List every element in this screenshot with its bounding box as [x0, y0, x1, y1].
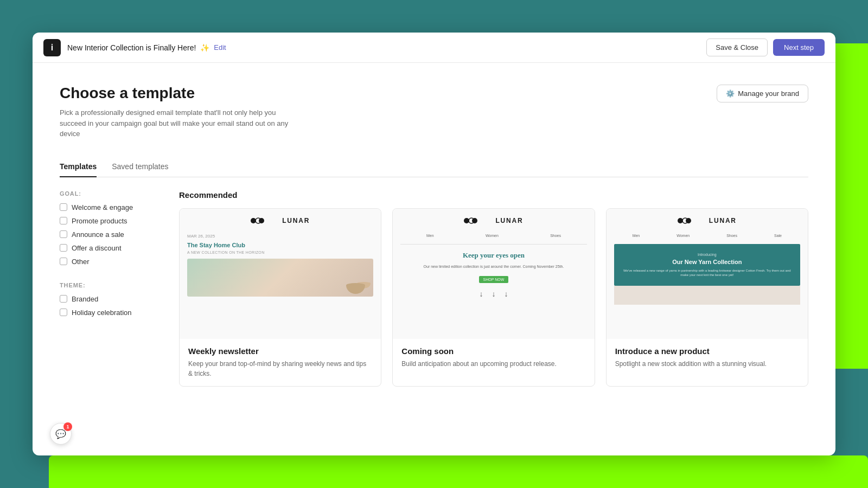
arrow-3: ↓ [504, 290, 508, 298]
lunar-brand-1: LUNAR [282, 217, 310, 224]
template-preview-newsletter: LUNAR MAR 26, 2025 The Stay Home Club A … [180, 209, 381, 339]
discount-checkbox[interactable] [60, 244, 67, 252]
template-info-newsletter: Weekly newsletter Keep your brand top-of… [180, 339, 381, 386]
holiday-label: Holiday celebration [72, 309, 132, 317]
preview-nav-product: Men Women Shoes Sale [614, 234, 800, 237]
preview-image [187, 259, 373, 297]
preview-shop-center: SHOP NOW [400, 273, 586, 283]
nav-sale-3: Sale [774, 234, 782, 237]
page-header: Choose a template Pick a professionally … [60, 85, 808, 139]
main-window: i New Interior Collection is Finally Her… [33, 33, 835, 455]
template-preview-new-product: LUNAR Men Women Shoes Sale [607, 209, 808, 339]
chat-badge: 1 [63, 422, 72, 431]
templates-grid: LUNAR MAR 26, 2025 The Stay Home Club A … [179, 208, 808, 387]
template-name-newsletter: Weekly newsletter [188, 346, 372, 356]
template-preview-coming-soon: LUNAR Men Women Shoes Keep your eyes ope… [393, 209, 594, 339]
manage-brand-label: Manage your brand [738, 89, 799, 98]
lunar-logo-svg [251, 216, 279, 225]
chat-button[interactable]: 💬 1 [50, 423, 72, 445]
arrow-2: ↓ [492, 290, 495, 298]
preview-introducing: Introducing [621, 253, 794, 256]
template-info-new-product: Introduce a new product Spotlight a new … [607, 339, 808, 376]
sidebar-item-holiday[interactable]: Holiday celebration [60, 309, 157, 317]
arrow-1: ↓ [479, 290, 483, 298]
welcome-checkbox[interactable] [60, 203, 67, 211]
svg-point-5 [472, 218, 477, 223]
chat-icon: 💬 [55, 429, 66, 439]
preview-nav: Men Women Shoes [400, 234, 586, 237]
preview-yarn-desc: We've released a new range of yarns in p… [621, 268, 794, 278]
nav-shoes-3: Shoes [726, 234, 737, 237]
preview-stay-home: The Stay Home Club [187, 242, 373, 248]
preview-eyes-open: Keep your eyes open [400, 251, 586, 260]
lunar-brand-3: LUNAR [709, 217, 737, 224]
tab-templates[interactable]: Templates [60, 157, 97, 177]
announce-label: Announce a sale [72, 230, 124, 239]
preview-arrows: ↓ ↓ ↓ [400, 290, 586, 298]
sidebar-item-promote[interactable]: Promote products [60, 217, 157, 225]
next-step-button[interactable]: Next step [773, 39, 825, 56]
page-title: Choose a template [60, 85, 298, 102]
main-layout: GOAL: Welcome & engage Promote products … [60, 190, 808, 387]
template-card-coming-soon[interactable]: LUNAR Men Women Shoes Keep your eyes ope… [392, 208, 595, 387]
sidebar: GOAL: Welcome & engage Promote products … [60, 190, 157, 387]
goal-section-label: GOAL: [60, 190, 157, 197]
template-card-new-product[interactable]: LUNAR Men Women Shoes Sale [606, 208, 808, 387]
branded-label: Branded [72, 295, 98, 303]
template-tabs: Templates Saved templates [60, 157, 808, 177]
preview-limited: Our new limited edition collection is ju… [400, 264, 586, 269]
promote-label: Promote products [72, 217, 127, 225]
preview-teal-banner: Introducing Our New Yarn Collection We'v… [614, 244, 800, 286]
nav-women: Women [486, 234, 499, 237]
nav-women-3: Women [676, 234, 690, 237]
template-name-new-product: Introduce a new product [615, 346, 799, 356]
lunar-logo-svg-3 [678, 216, 706, 225]
template-card-weekly-newsletter[interactable]: LUNAR MAR 26, 2025 The Stay Home Club A … [179, 208, 381, 387]
lunar-logo-svg-2 [464, 216, 492, 225]
other-label: Other [72, 258, 90, 266]
recommended-section-title: Recommended [179, 190, 808, 200]
sidebar-item-discount[interactable]: Offer a discount [60, 244, 157, 252]
other-checkbox[interactable] [60, 258, 67, 265]
promote-checkbox[interactable] [60, 217, 67, 224]
gear-icon: ⚙️ [726, 89, 735, 98]
template-desc-newsletter: Keep your brand top-of-mind by sharing w… [188, 359, 372, 378]
campaign-title: New Interior Collection is Finally Here! [67, 43, 196, 52]
holiday-checkbox[interactable] [60, 309, 67, 316]
nav-men-3: Men [633, 234, 640, 237]
sparkle-icon: ✨ [200, 43, 209, 52]
template-desc-coming-soon: Build anticipation about an upcoming pro… [401, 359, 585, 369]
theme-section-label: THEME: [60, 282, 157, 288]
sidebar-item-branded[interactable]: Branded [60, 295, 157, 303]
branded-checkbox[interactable] [60, 295, 67, 303]
manage-brand-button[interactable]: ⚙️ Manage your brand [717, 85, 808, 102]
discount-label: Offer a discount [72, 244, 122, 252]
svg-point-2 [259, 218, 264, 223]
nav-divider [400, 244, 586, 245]
preview-shop-now: SHOP NOW [479, 276, 509, 283]
preview-date: MAR 26, 2025 [187, 234, 373, 239]
logo-letter: i [51, 43, 53, 53]
template-info-coming-soon: Coming soon Build anticipation about an … [393, 339, 594, 376]
preview-yarn-title: Our New Yarn Collection [621, 259, 794, 265]
app-logo: i [43, 39, 61, 56]
preview-new-collection: A NEW COLLECTION ON THE HORIZON [187, 251, 373, 254]
nav-shoes: Shoes [550, 234, 561, 237]
template-desc-new-product: Spotlight a new stock addition with a st… [615, 359, 799, 369]
tab-saved-templates[interactable]: Saved templates [112, 157, 168, 177]
welcome-label: Welcome & engage [72, 203, 133, 211]
page-header-left: Choose a template Pick a professionally … [60, 85, 298, 139]
announce-checkbox[interactable] [60, 230, 67, 238]
edit-link[interactable]: Edit [214, 43, 226, 52]
nav-men: Men [426, 234, 434, 237]
svg-point-8 [686, 218, 691, 223]
lunar-brand-2: LUNAR [495, 217, 523, 224]
save-close-button[interactable]: Save & Close [706, 38, 768, 56]
templates-area: Recommended [179, 190, 808, 387]
page-description: Pick a professionally designed email tem… [60, 107, 298, 139]
topbar: i New Interior Collection is Finally Her… [33, 33, 835, 63]
sidebar-item-welcome[interactable]: Welcome & engage [60, 203, 157, 211]
sidebar-item-other[interactable]: Other [60, 258, 157, 266]
content-area: Choose a template Pick a professionally … [33, 63, 835, 455]
sidebar-item-announce[interactable]: Announce a sale [60, 230, 157, 239]
